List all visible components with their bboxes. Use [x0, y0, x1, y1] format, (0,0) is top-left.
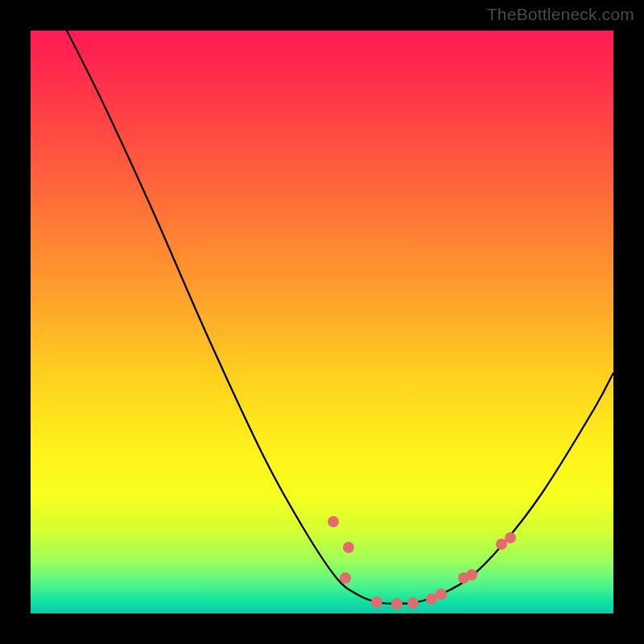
curve-marker — [371, 597, 382, 608]
plot-area — [31, 31, 613, 613]
curve-marker — [436, 588, 447, 600]
curve-marker — [407, 597, 419, 609]
curve-marker — [328, 516, 339, 527]
watermark-text: TheBottleneck.com — [487, 5, 634, 24]
curve-marker — [505, 532, 516, 543]
curve-marker — [391, 598, 402, 609]
curve-marker — [466, 569, 477, 580]
curve-marker — [340, 572, 351, 584]
chart-frame: TheBottleneck.com — [0, 0, 644, 644]
curve-marker — [426, 593, 437, 605]
marker-group — [328, 516, 516, 609]
curve-marker — [343, 542, 354, 553]
chart-svg — [31, 31, 613, 613]
bottleneck-curve — [67, 31, 613, 604]
